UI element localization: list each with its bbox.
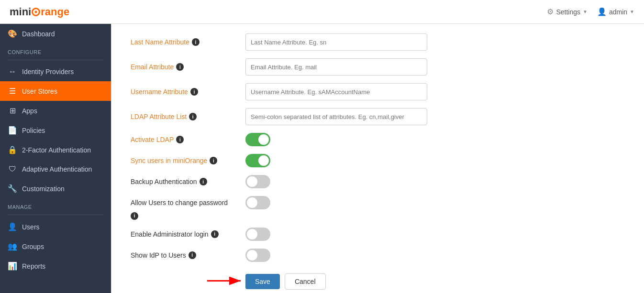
ldap-list-info-icon[interactable]: i (189, 113, 197, 120)
backup-auth-toggle-container (245, 175, 270, 188)
save-button[interactable]: Save (245, 274, 280, 289)
sync-users-toggle[interactable] (245, 154, 270, 167)
enable-admin-login-toggle-container (245, 228, 270, 241)
last-name-input[interactable] (245, 33, 427, 51)
backup-auth-info-icon[interactable]: i (200, 178, 207, 185)
show-idp-toggle[interactable] (245, 249, 270, 262)
form-group-username: Username Attribute i (131, 83, 625, 100)
admin-label: admin (609, 8, 627, 16)
sidebar-item-dashboard[interactable]: 🎨 Dashboard (0, 24, 111, 43)
email-input[interactable] (245, 58, 427, 76)
settings-label: Settings (556, 8, 580, 16)
user-stores-icon: ☰ (8, 87, 17, 96)
sidebar-label-2fa: 2-Factor Authentication (22, 146, 91, 154)
allow-change-password-label: Allow Users to change password (131, 199, 245, 206)
manage-section-label: Manage (0, 198, 111, 213)
username-info-icon[interactable]: i (190, 88, 198, 96)
enable-admin-login-info-icon[interactable]: i (211, 230, 219, 238)
sidebar-item-customization[interactable]: 🔧 Customization (0, 179, 111, 198)
configure-section-label: Configure (0, 43, 111, 58)
sidebar-label-apps: Apps (22, 107, 37, 115)
ldap-list-input[interactable] (245, 108, 427, 125)
enable-admin-login-label-text: Enable Administrator login (131, 230, 209, 238)
enable-admin-login-toggle[interactable] (245, 228, 270, 241)
form-group-allow-change-password: Allow Users to change password i (131, 196, 625, 220)
header-right: ⚙ Settings ▼ 👤 admin ▼ (547, 7, 634, 16)
backup-auth-toggle[interactable] (245, 175, 270, 188)
sidebar-label-users: Users (22, 223, 40, 231)
form-group-enable-admin-login: Enable Administrator login i (131, 228, 625, 241)
form-group-backup-auth: Backup Authentication i (131, 175, 625, 188)
button-row: Save Cancel (131, 273, 625, 290)
activate-ldap-label: Activate LDAP i (131, 136, 245, 143)
sidebar-item-identity-providers[interactable]: ↔ Identity Providers (0, 62, 111, 81)
sidebar-label-groups: Groups (22, 243, 44, 250)
identity-providers-icon: ↔ (8, 67, 17, 76)
content-area: Last Name Attribute i Email Attribute i … (111, 24, 644, 293)
cancel-button[interactable]: Cancel (285, 273, 326, 290)
last-name-label: Last Name Attribute i (131, 38, 245, 46)
form-group-sync-users: Sync users in miniOrange i (131, 154, 625, 167)
email-label: Email Attribute i (131, 63, 245, 71)
sidebar-label-policies: Policies (22, 127, 45, 134)
activate-ldap-info-icon[interactable]: i (176, 136, 184, 143)
sidebar-label-adaptive-auth: Adaptive Authentication (22, 165, 92, 173)
admin-caret-icon: ▼ (630, 9, 634, 14)
sidebar-label-identity-providers: Identity Providers (22, 68, 74, 76)
sync-users-slider (245, 154, 270, 167)
sidebar-item-users[interactable]: 👤 Users (0, 217, 111, 237)
show-idp-label: Show IdP to Users i (131, 251, 245, 259)
reports-icon: 📊 (8, 261, 17, 271)
configure-divider (8, 60, 103, 60)
allow-change-password-label-text: Allow Users to change password (131, 199, 228, 206)
sidebar-item-groups[interactable]: 👥 Groups (0, 237, 111, 256)
settings-button[interactable]: ⚙ Settings ▼ (547, 7, 588, 16)
activate-ldap-toggle-container (245, 133, 270, 146)
show-idp-slider (245, 249, 270, 262)
sidebar-item-user-stores[interactable]: ☰ User Stores (0, 81, 111, 101)
sync-users-info-icon[interactable]: i (210, 157, 217, 164)
activate-ldap-label-text: Activate LDAP (131, 136, 174, 143)
enable-admin-login-label: Enable Administrator login i (131, 230, 245, 238)
username-label: Username Attribute i (131, 88, 245, 96)
logo: minirange (10, 6, 69, 18)
apps-icon: ⊞ (8, 106, 17, 115)
allow-change-password-toggle[interactable] (245, 196, 270, 209)
form-group-activate-ldap: Activate LDAP i (131, 133, 625, 146)
sidebar-item-2fa[interactable]: 🔒 2-Factor Authentication (0, 140, 111, 160)
settings-caret-icon: ▼ (583, 9, 588, 14)
groups-icon: 👥 (8, 242, 17, 251)
sidebar-item-adaptive-auth[interactable]: 🛡 Adaptive Authentication (0, 160, 111, 179)
sidebar-label-reports: Reports (22, 262, 45, 270)
sync-users-label-text: Sync users in miniOrange (131, 157, 207, 164)
sidebar: 🎨 Dashboard Configure ↔ Identity Provide… (0, 24, 111, 293)
header: minirange ⚙ Settings ▼ 👤 admin ▼ (0, 0, 644, 24)
sidebar-item-policies[interactable]: 📄 Policies (0, 120, 111, 140)
sidebar-item-reports[interactable]: 📊 Reports (0, 256, 111, 276)
dashboard-icon: 🎨 (8, 29, 17, 38)
allow-change-password-toggle-container (245, 196, 270, 209)
enable-admin-login-slider (245, 228, 270, 241)
logo-o-icon (32, 8, 40, 16)
form-group-last-name: Last Name Attribute i (131, 33, 625, 51)
show-idp-toggle-container (245, 249, 270, 262)
last-name-info-icon[interactable]: i (192, 38, 200, 46)
email-info-icon[interactable]: i (176, 63, 184, 71)
users-icon: 👤 (8, 222, 17, 231)
form-group-show-idp: Show IdP to Users i (131, 249, 625, 262)
activate-ldap-toggle[interactable] (245, 133, 270, 146)
username-label-text: Username Attribute (131, 88, 188, 96)
backup-auth-label-text: Backup Authentication (131, 178, 197, 185)
username-input[interactable] (245, 83, 427, 100)
sidebar-item-apps[interactable]: ⊞ Apps (0, 101, 111, 120)
show-idp-info-icon[interactable]: i (189, 251, 196, 259)
adaptive-auth-icon: 🛡 (8, 165, 17, 174)
allow-change-password-info-icon[interactable]: i (131, 212, 138, 220)
main-layout: 🎨 Dashboard Configure ↔ Identity Provide… (0, 24, 644, 293)
gear-icon: ⚙ (547, 7, 554, 16)
logo-mini-text: mini (10, 6, 31, 18)
backup-auth-slider (245, 175, 270, 188)
email-label-text: Email Attribute (131, 63, 174, 71)
admin-button[interactable]: 👤 admin ▼ (597, 7, 634, 16)
ldap-list-label-text: LDAP Attribute List (131, 113, 187, 120)
